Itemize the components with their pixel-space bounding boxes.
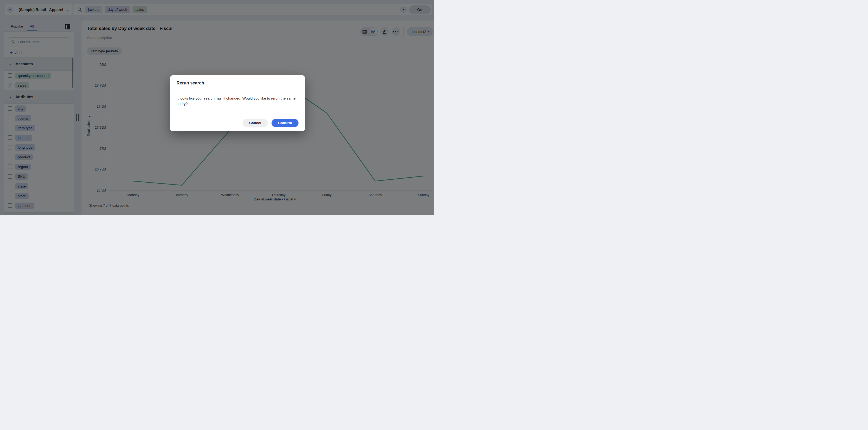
confirm-button[interactable]: Confirm (272, 119, 299, 127)
dialog-title: Rerun search (170, 75, 305, 91)
rerun-dialog: Rerun search It looks like your search h… (170, 75, 305, 131)
cancel-button[interactable]: Cancel (243, 119, 268, 127)
dialog-footer: Cancel Confirm (170, 115, 305, 131)
app: ≡ (Sample) Retail - Apparel ⌄ jacketsday… (0, 0, 434, 215)
dialog-body: It looks like your search hasn’t changed… (170, 91, 305, 115)
